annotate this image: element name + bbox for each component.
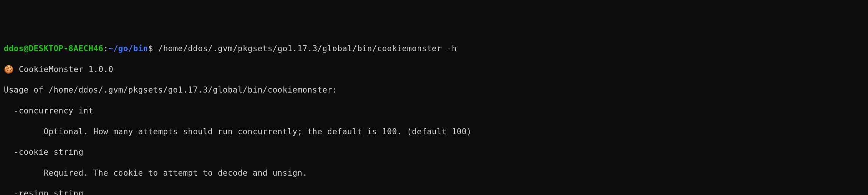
prompt-user-host: ddos@DESKTOP-8AECH46 bbox=[4, 44, 103, 53]
flag-desc: Required. The cookie to attempt to decod… bbox=[4, 168, 864, 178]
prompt-dollar: $ bbox=[148, 44, 153, 53]
cookie-icon: 🍪 bbox=[4, 65, 14, 74]
flag-name: -cookie string bbox=[4, 147, 864, 157]
banner-line: 🍪 CookieMonster 1.0.0 bbox=[4, 64, 864, 75]
banner-text: CookieMonster 1.0.0 bbox=[14, 65, 114, 74]
flag-desc: Optional. How many attempts should run c… bbox=[4, 127, 864, 137]
prompt-separator: : bbox=[103, 44, 108, 53]
prompt-path: ~/go/bin bbox=[108, 44, 148, 53]
usage-line: Usage of /home/ddos/.gvm/pkgsets/go1.17.… bbox=[4, 85, 864, 95]
prompt-line[interactable]: ddos@DESKTOP-8AECH46:~/go/bin$ /home/ddo… bbox=[4, 44, 864, 54]
flag-name: -concurrency int bbox=[4, 106, 864, 116]
command-text: /home/ddos/.gvm/pkgsets/go1.17.3/global/… bbox=[153, 44, 457, 53]
flag-name: -resign string bbox=[4, 189, 864, 195]
